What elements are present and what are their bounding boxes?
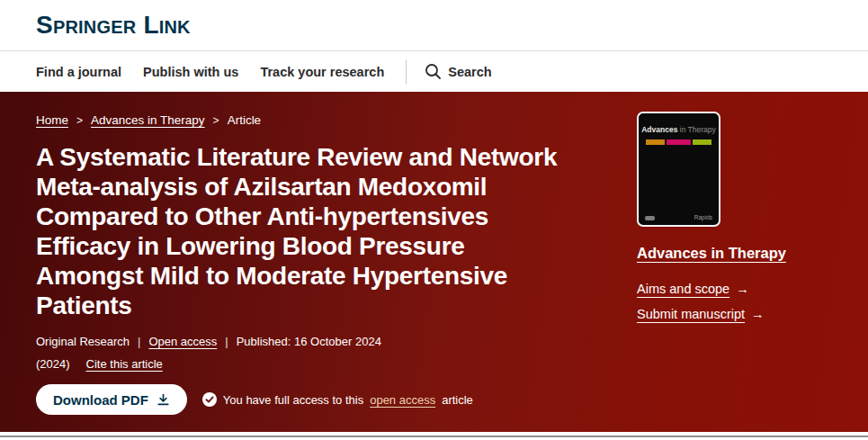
cover-title-bold: Advances <box>641 125 677 134</box>
nav-divider <box>406 60 407 84</box>
site-nav: Find a journal Publish with us Track you… <box>0 51 868 92</box>
title-line: Amongst Mild to Moderate Hypertensive <box>36 261 557 291</box>
submit-manuscript-link[interactable]: Submit manuscript → <box>637 307 765 321</box>
cite-this-article-link[interactable]: Cite this article <box>86 357 163 371</box>
download-pdf-button[interactable]: Download PDF <box>36 384 187 415</box>
publisher-logo-icon <box>645 216 655 220</box>
access-text-suffix: article <box>442 393 473 407</box>
page-bottom-strip <box>0 432 868 440</box>
arrow-right-icon: → <box>736 282 749 296</box>
breadcrumb-home[interactable]: Home <box>36 113 68 127</box>
search-icon <box>425 63 442 80</box>
breadcrumb-journal[interactable]: Advances in Therapy <box>91 113 205 127</box>
download-pdf-label: Download PDF <box>53 392 148 408</box>
cover-bar-orange-icon <box>646 139 665 145</box>
cite-row: (2024) Cite this article <box>36 357 163 371</box>
site-header: Springer Link <box>0 0 868 51</box>
title-line: A Systematic Literature Review and Netwo… <box>36 142 557 172</box>
access-open-access-link[interactable]: open access <box>370 393 435 407</box>
published-date: Published: 16 October 2024 <box>237 335 381 348</box>
article-meta: Original Research | Open access | Publis… <box>36 335 381 348</box>
cover-bar-magenta-icon <box>667 139 691 145</box>
article-hero: Home > Advances in Therapy > Article A S… <box>0 92 868 432</box>
submit-manuscript-label: Submit manuscript <box>637 307 745 321</box>
breadcrumb-separator: > <box>213 114 219 127</box>
check-circle-icon <box>202 392 217 407</box>
cover-footer: Rapids <box>645 214 712 220</box>
article-type: Original Research <box>36 335 130 348</box>
nav-track-your-research[interactable]: Track your research <box>260 65 384 79</box>
cover-title-rest: in Therapy <box>677 125 715 134</box>
search-button[interactable]: Search <box>425 63 491 80</box>
open-access-link[interactable]: Open access <box>148 335 217 348</box>
download-icon <box>157 393 170 407</box>
journal-cover[interactable]: Advances in Therapy Rapids <box>637 112 720 227</box>
title-line: Meta-analysis of Azilsartan Medoxomil <box>36 172 557 202</box>
aims-and-scope-label: Aims and scope <box>637 282 729 296</box>
meta-separator: | <box>225 335 228 348</box>
aims-and-scope-link[interactable]: Aims and scope → <box>637 282 749 296</box>
arrow-right-icon: → <box>751 307 765 321</box>
access-note: You have full access to this open access… <box>202 392 473 407</box>
title-line: Compared to Other Anti-hypertensives <box>36 202 557 231</box>
page-bottom-divider <box>0 436 868 437</box>
article-title: A Systematic Literature Review and Netwo… <box>36 142 557 320</box>
cover-bar-green-icon <box>693 139 711 145</box>
journal-home-link[interactable]: Advances in Therapy <box>637 245 786 262</box>
cover-rapids-label: Rapids <box>694 214 712 220</box>
nav-publish-with-us[interactable]: Publish with us <box>143 65 238 79</box>
nav-find-a-journal[interactable]: Find a journal <box>36 65 121 79</box>
cover-color-bars <box>639 139 719 145</box>
article-year: (2024) <box>36 357 70 371</box>
article-actions: Download PDF You have full access to thi… <box>36 384 473 415</box>
title-line: Patients <box>36 291 557 320</box>
page: Springer Link Find a journal Publish wit… <box>0 0 868 440</box>
title-line: Efficacy in Lowering Blood Pressure <box>36 231 557 261</box>
meta-separator: | <box>138 335 140 348</box>
search-label: Search <box>448 65 491 79</box>
access-text-prefix: You have full access to this <box>223 393 363 407</box>
springer-link-logo[interactable]: Springer Link <box>36 11 191 40</box>
breadcrumb-separator: > <box>76 114 83 127</box>
journal-cover-title: Advances in Therapy <box>639 125 719 134</box>
breadcrumb: Home > Advances in Therapy > Article <box>36 113 261 127</box>
breadcrumb-current: Article <box>228 113 262 127</box>
